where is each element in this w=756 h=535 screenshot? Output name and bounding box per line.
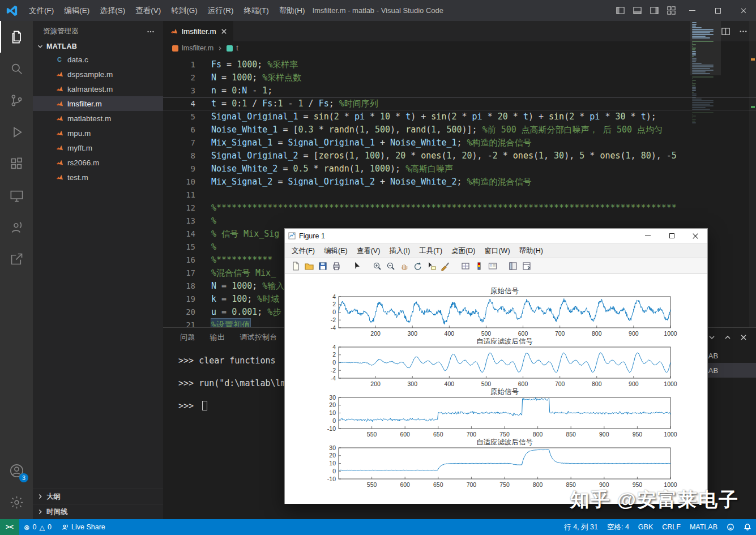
menu-item[interactable]: 文件(F) — [24, 0, 59, 21]
file-mpu.m[interactable]: mpu.m — [33, 126, 163, 140]
title-bar[interactable]: 文件(F)编辑(E)选择(S)查看(V)转到(G)运行(R)终端(T)帮助(H)… — [0, 0, 756, 21]
file-myfft.m[interactable]: myfft.m — [33, 140, 163, 155]
menu-item[interactable]: 转到(G) — [166, 0, 203, 21]
code-line[interactable]: 5Signal_Original_1 = sin(2 * pi * 10 * t… — [163, 110, 756, 123]
eol-status[interactable]: CRLF — [657, 519, 685, 535]
code-line[interactable]: 13% — [163, 215, 756, 228]
tab-lmsfilter[interactable]: lmsfilter.m — [163, 21, 234, 41]
menu-item[interactable]: 编辑(E) — [59, 0, 95, 21]
indent-status[interactable]: 空格: 4 — [603, 519, 634, 535]
layout-panel-icon[interactable] — [629, 0, 646, 21]
panel-tab-输出[interactable]: 输出 — [210, 332, 225, 343]
notifications-bell-icon[interactable] — [739, 519, 756, 535]
activity-share[interactable] — [0, 243, 33, 275]
brush-icon[interactable] — [439, 260, 451, 272]
split-editor-icon[interactable] — [721, 27, 731, 36]
figure-menu-item[interactable]: 查看(V) — [352, 243, 385, 258]
encoding-status[interactable]: GBK — [634, 519, 657, 535]
figure-menu-item[interactable]: 工具(T) — [415, 243, 447, 258]
menu-item[interactable]: 查看(V) — [130, 0, 166, 21]
figure-title-bar[interactable]: Figure 1 — [285, 229, 707, 243]
save-figure-icon[interactable] — [317, 260, 329, 272]
code-line[interactable]: 9Noise_White_2 = 0.5 * randn(1, 1000); %… — [163, 162, 756, 176]
insert-colorbar-icon[interactable] — [473, 260, 485, 272]
layout-sidebar-icon[interactable] — [612, 0, 629, 21]
line-col-status[interactable]: 行 4, 列 31 — [559, 519, 603, 535]
panel-close-icon[interactable] — [739, 333, 748, 342]
activity-extensions[interactable] — [0, 148, 33, 179]
section-matlab[interactable]: MATLAB — [33, 41, 163, 52]
panel-maximize-icon[interactable] — [723, 333, 732, 342]
file-dspsample.m[interactable]: dspsample.m — [33, 67, 163, 82]
code-line[interactable]: 10Mix_Signal_2 = Signal_Original_2 + Noi… — [163, 176, 756, 189]
insert-legend-icon[interactable] — [486, 260, 499, 272]
code-line[interactable]: 8Signal_Original_2 = [zeros(1, 100), 20 … — [163, 149, 756, 162]
show-plot-tools-icon[interactable] — [507, 260, 519, 272]
maximize-button[interactable] — [705, 0, 731, 21]
close-button[interactable] — [731, 0, 756, 21]
rotate-3d-icon[interactable] — [412, 260, 424, 272]
pointer-icon[interactable] — [351, 260, 363, 272]
figure-window[interactable]: Figure 1 文件(F)编辑(E)查看(V)插入(I)工具(T)桌面(D)窗… — [284, 228, 708, 504]
menu-item[interactable]: 运行(R) — [203, 0, 239, 21]
panel-tab-问题[interactable]: 问题 — [180, 332, 195, 343]
figure-close-button[interactable] — [684, 229, 707, 243]
file-matlabtest.m[interactable]: matlabtest.m — [33, 111, 163, 126]
sidebar-more-icon[interactable] — [146, 27, 155, 36]
code-line[interactable]: 7Mix_Signal_1 = Signal_Original_1 + Nois… — [163, 136, 756, 149]
data-cursor-icon[interactable] — [425, 260, 438, 272]
code-line[interactable]: 3n = 0:N - 1; — [163, 84, 756, 97]
zoom-out-icon[interactable] — [385, 260, 397, 272]
activity-explorer[interactable] — [0, 21, 33, 53]
figure-menu-item[interactable]: 帮助(H) — [515, 243, 548, 258]
layout-secondary-sidebar-icon[interactable] — [646, 0, 663, 21]
code-line[interactable]: 12%*************************************… — [163, 202, 756, 215]
file-kalmantest.m[interactable]: kalmantest.m — [33, 82, 163, 96]
file-rs2066.m[interactable]: rs2066.m — [33, 155, 163, 170]
menu-item[interactable]: 选择(S) — [95, 0, 130, 21]
open-file-icon[interactable] — [303, 260, 315, 272]
activity-account[interactable]: 3 — [0, 455, 33, 486]
figure-menu-item[interactable]: 文件(F) — [287, 243, 319, 258]
figure-maximize-button[interactable] — [660, 229, 684, 243]
activity-live-share[interactable] — [0, 211, 33, 243]
code-line[interactable]: 6Noise_White_1 = [0.3 * randn(1, 500), r… — [163, 123, 756, 136]
customize-layout-icon[interactable] — [663, 0, 680, 21]
problems-status[interactable]: ⊗ 0 △ 0 — [19, 519, 56, 535]
timeline-section[interactable]: 时间线 — [33, 504, 163, 519]
minimize-button[interactable] — [680, 0, 705, 21]
language-status[interactable]: MATLAB — [685, 519, 722, 535]
breadcrumb[interactable]: lmsfilter.m t — [163, 41, 756, 55]
code-line[interactable]: 1Fs = 1000; %采样率 — [163, 58, 756, 71]
tab-close-icon[interactable] — [220, 28, 228, 35]
activity-source-control[interactable] — [0, 84, 33, 116]
figure-menu-item[interactable]: 窗口(W) — [480, 243, 514, 258]
activity-search[interactable] — [0, 53, 33, 84]
remote-indicator[interactable]: >< — [0, 519, 19, 535]
activity-settings[interactable] — [0, 486, 33, 518]
link-plot-icon[interactable] — [459, 260, 472, 272]
overview-ruler[interactable] — [749, 21, 756, 327]
code-line[interactable]: 11 — [163, 189, 756, 202]
file-data.c[interactable]: Cdata.c — [33, 52, 163, 67]
menu-item[interactable]: 终端(T) — [239, 0, 274, 21]
figure-menu-item[interactable]: 插入(I) — [385, 243, 415, 258]
file-lmsfilter.m[interactable]: lmsfilter.m — [33, 96, 163, 111]
pan-icon[interactable] — [398, 260, 411, 272]
minimap[interactable] — [692, 22, 715, 124]
figure-menu-item[interactable]: 桌面(D) — [447, 243, 480, 258]
menu-item[interactable]: 帮助(H) — [274, 0, 310, 21]
code-line[interactable]: 4t = 0:1 / Fs:1 - 1 / Fs; %时间序列 — [163, 97, 756, 110]
editor-more-icon[interactable] — [738, 27, 748, 36]
zoom-in-icon[interactable] — [371, 260, 383, 272]
file-test.m[interactable]: test.m — [33, 170, 163, 185]
feedback-icon[interactable] — [722, 519, 739, 535]
new-file-icon[interactable] — [289, 260, 302, 272]
code-line[interactable]: 2N = 1000; %采样点数 — [163, 71, 756, 84]
dock-figure-icon[interactable] — [520, 260, 533, 272]
print-figure-icon[interactable] — [330, 260, 343, 272]
figure-menu-item[interactable]: 编辑(E) — [319, 243, 352, 258]
activity-remote-explorer[interactable] — [0, 179, 33, 211]
panel-chevron-down-icon[interactable] — [707, 333, 716, 342]
live-share-status[interactable]: Live Share — [56, 519, 110, 535]
